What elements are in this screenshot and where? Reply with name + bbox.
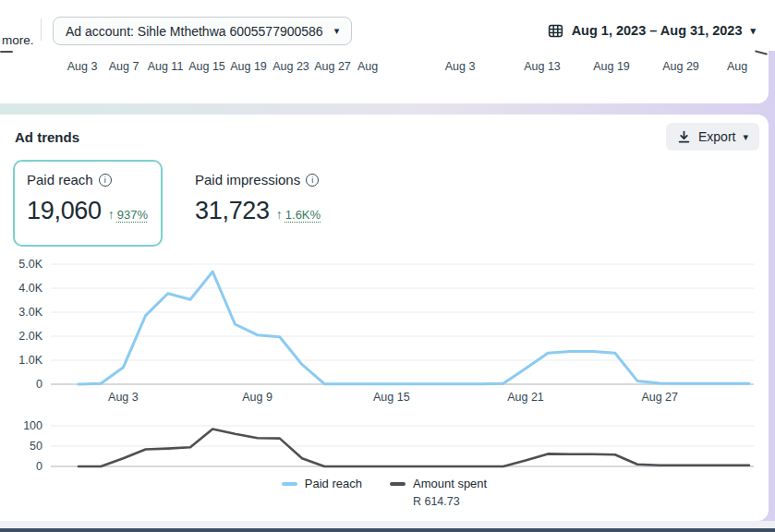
ad-account-dropdown-label: Ad account: Sihle Mthethwa 6005577900586 [66,24,323,39]
previous-charts-axis-card: Aug 3Aug 7Aug 11Aug 15Aug 19Aug 23Aug 27… [0,51,769,103]
x-tick-label: Aug 13 [524,60,561,73]
x-tick-label: Aug 15 [373,391,410,404]
x-tick-label: Aug 23 [272,60,309,73]
y-tick-label: 1.0K [0,353,42,368]
top-toolbar: more. Ad account: Sihle Mthethwa 6005577… [0,0,775,51]
toolbar-divider [41,18,42,41]
cutoff-chart-line-left [0,51,13,53]
chevron-down-icon: ▾ [334,26,340,36]
cutoff-chart-line-right [755,50,768,54]
calendar-icon [548,23,563,39]
y-tick-label: 2.0K [0,329,42,344]
amount-spent-swatch-icon [390,482,406,486]
page-bottom-band [0,521,775,528]
x-tick-label: Aug 27 [641,391,678,404]
amount-spent-total: R 614.73 [413,495,487,508]
x-tick-label: Aug 7 [109,60,139,73]
ad-account-dropdown[interactable]: Ad account: Sihle Mthethwa 6005577900586… [53,17,352,45]
legend-item-paid-reach: Paid reach [282,477,362,491]
y-tick-label: 4.0K [0,281,42,296]
y-tick-label: 100 [0,418,42,433]
x-tick-label: Aug 11 [148,60,184,73]
y-tick-label: 0 [0,377,42,392]
x-tick-label: Aug 3 [108,391,139,404]
legend-item-amount-spent: Amount spent R 614.73 [390,477,487,508]
chevron-down-icon: ▾ [750,26,756,36]
x-tick-label: Aug 19 [230,60,267,73]
x-tick-label: Aug [727,60,747,73]
x-tick-label: Aug 3 [445,60,476,73]
x-tick-label: Aug 15 [188,60,225,73]
date-range-label: Aug 1, 2023 – Aug 31, 2023 [572,23,743,38]
y-tick-label: 5.0K [0,257,42,272]
y-tick-label: 50 [0,439,42,453]
amount-spent-line [79,429,749,467]
x-tick-label: Aug 21 [507,391,544,404]
trend-charts-plot[interactable] [0,115,769,521]
window-bottom-edge [0,528,775,532]
legend-label: Amount spent [413,477,487,491]
chart-legend: Paid reach Amount spent R 614.73 [0,477,769,508]
paid-reach-swatch-icon [282,482,297,486]
y-tick-label: 3.0K [0,305,42,320]
date-range-picker[interactable]: Aug 1, 2023 – Aug 31, 2023 ▾ [548,18,756,42]
x-tick-label: Aug 29 [662,60,699,73]
x-tick-label: Aug 19 [593,60,630,73]
legend-label: Paid reach [305,477,362,491]
x-tick-label: Aug 9 [242,391,272,404]
ad-trends-section: Ad trends Export ▾ Paid reach i 19,060 9… [0,115,769,521]
x-tick-label: Aug [357,60,378,73]
x-tick-label: Aug 3 [67,60,98,73]
y-tick-label: 0 [0,459,42,474]
truncated-more-text: more. [2,33,34,47]
x-tick-label: Aug 27 [314,60,351,73]
